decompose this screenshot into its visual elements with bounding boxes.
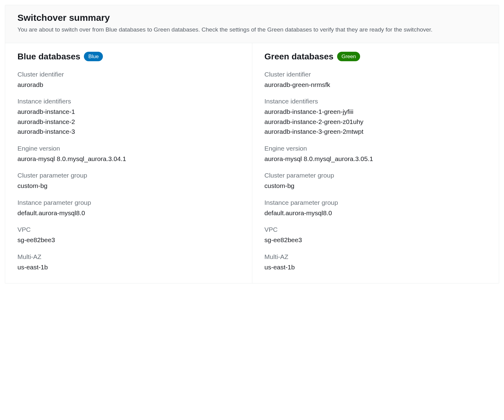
panel-title: Switchover summary (17, 13, 487, 23)
blue-heading-row: Blue databases Blue (17, 52, 240, 62)
blue-badge: Blue (84, 52, 103, 62)
panel-body: Blue databases Blue Cluster identifier a… (5, 43, 499, 283)
blue-engine-version-value: aurora-mysql 8.0.mysql_aurora.3.04.1 (17, 154, 240, 164)
green-badge: Green (337, 52, 360, 62)
blue-vpc-value: sg-ee82bee3 (17, 235, 240, 245)
green-instance-3: auroradb-instance-3-green-2mtwpt (265, 127, 487, 137)
green-engine-version-value: aurora-mysql 8.0.mysql_aurora.3.05.1 (265, 154, 487, 164)
blue-databases-column: Blue databases Blue Cluster identifier a… (5, 43, 252, 283)
blue-cluster-parameter-group-field: Cluster parameter group custom-bg (17, 172, 240, 191)
blue-heading: Blue databases (17, 52, 80, 62)
blue-instance-1: auroradb-instance-1 (17, 107, 240, 117)
green-multi-az-field: Multi-AZ us-east-1b (265, 253, 487, 272)
green-multi-az-value: us-east-1b (265, 262, 487, 272)
blue-instance-pg-value: default.aurora-mysql8.0 (17, 208, 240, 218)
field-label-instance-pg: Instance parameter group (265, 199, 487, 206)
field-label-cluster-pg: Cluster parameter group (265, 172, 487, 179)
blue-multi-az-field: Multi-AZ us-east-1b (17, 253, 240, 272)
green-heading: Green databases (265, 52, 334, 62)
green-vpc-field: VPC sg-ee82bee3 (265, 226, 487, 245)
blue-cluster-pg-value: custom-bg (17, 181, 240, 191)
field-label-multi-az: Multi-AZ (17, 253, 240, 261)
field-label-instance-ids: Instance identifiers (17, 98, 240, 105)
green-engine-version-field: Engine version aurora-mysql 8.0.mysql_au… (265, 145, 487, 164)
panel-description: You are about to switch over from Blue d… (17, 25, 487, 34)
green-instance-2: auroradb-instance-2-green-z01uhy (265, 117, 487, 127)
blue-vpc-field: VPC sg-ee82bee3 (17, 226, 240, 245)
green-heading-row: Green databases Green (265, 52, 487, 62)
green-instance-parameter-group-field: Instance parameter group default.aurora-… (265, 199, 487, 218)
green-instance-identifiers-field: Instance identifiers auroradb-instance-1… (265, 98, 487, 137)
green-databases-column: Green databases Green Cluster identifier… (252, 43, 499, 283)
field-label-vpc: VPC (17, 226, 240, 233)
field-label-engine: Engine version (17, 145, 240, 152)
field-label-instance-pg: Instance parameter group (17, 199, 240, 206)
field-label-cluster-id: Cluster identifier (265, 71, 487, 78)
blue-instance-2: auroradb-instance-2 (17, 117, 240, 127)
blue-engine-version-field: Engine version aurora-mysql 8.0.mysql_au… (17, 145, 240, 164)
field-label-vpc: VPC (265, 226, 487, 233)
field-label-cluster-pg: Cluster parameter group (17, 172, 240, 179)
blue-cluster-identifier-value: auroradb (17, 80, 240, 90)
green-instance-pg-value: default.aurora-mysql8.0 (265, 208, 487, 218)
green-cluster-parameter-group-field: Cluster parameter group custom-bg (265, 172, 487, 191)
field-label-engine: Engine version (265, 145, 487, 152)
blue-multi-az-value: us-east-1b (17, 262, 240, 272)
switchover-summary-panel: Switchover summary You are about to swit… (5, 5, 499, 283)
blue-instance-identifiers-field: Instance identifiers auroradb-instance-1… (17, 98, 240, 137)
panel-header: Switchover summary You are about to swit… (5, 5, 499, 43)
blue-instance-3: auroradb-instance-3 (17, 127, 240, 137)
blue-instance-parameter-group-field: Instance parameter group default.aurora-… (17, 199, 240, 218)
green-vpc-value: sg-ee82bee3 (265, 235, 487, 245)
blue-cluster-identifier-field: Cluster identifier auroradb (17, 71, 240, 90)
field-label-cluster-id: Cluster identifier (17, 71, 240, 78)
field-label-instance-ids: Instance identifiers (265, 98, 487, 105)
field-label-multi-az: Multi-AZ (265, 253, 487, 261)
green-cluster-identifier-field: Cluster identifier auroradb-green-nrmsfk (265, 71, 487, 90)
green-cluster-identifier-value: auroradb-green-nrmsfk (265, 80, 487, 90)
green-cluster-pg-value: custom-bg (265, 181, 487, 191)
green-instance-1: auroradb-instance-1-green-jyfiii (265, 107, 487, 117)
